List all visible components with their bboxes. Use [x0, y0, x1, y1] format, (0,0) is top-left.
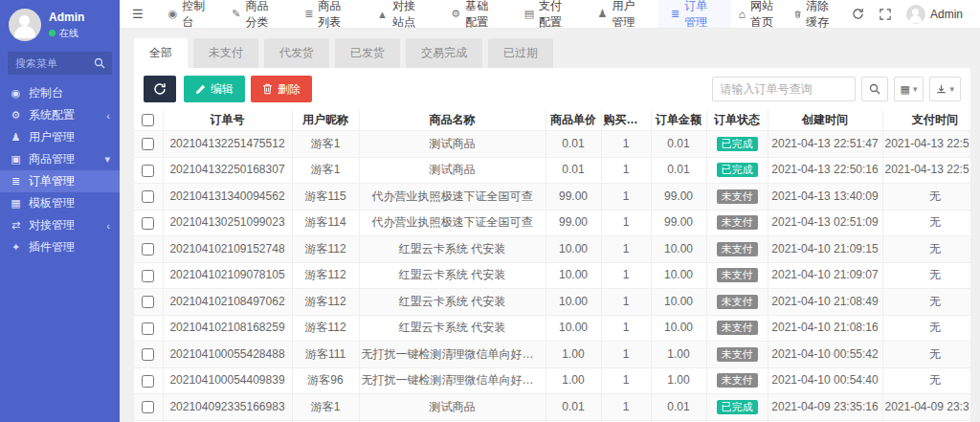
tab-全部[interactable]: 全部 [134, 38, 188, 68]
sidebar-item-商品管理[interactable]: ▣ 商品管理 ▾ [0, 148, 120, 170]
column-header[interactable]: 订单状态 [706, 110, 768, 131]
refresh-icon[interactable] [844, 0, 872, 28]
select-all-checkbox[interactable] [142, 114, 154, 126]
sidebar-item-插件管理[interactable]: ✦ 插件管理 [0, 236, 120, 258]
dashboard-icon: ◉ [10, 87, 22, 100]
user-nickname: 游客96 [292, 367, 359, 394]
tab-已发货[interactable]: 已发货 [335, 38, 400, 68]
order-number: 202104092335166983 [163, 394, 292, 421]
product-name: 无打扰一键检测清理微信单向好友周卡 [359, 367, 546, 394]
order-amount: 1.00 [651, 367, 706, 394]
link-icon: ⇄ [10, 219, 22, 232]
quantity: 1 [601, 315, 651, 342]
quantity: 1 [601, 342, 651, 368]
refresh-button[interactable] [144, 76, 176, 102]
row-checkbox[interactable] [142, 138, 154, 150]
row-checkbox[interactable] [142, 217, 154, 230]
quantity: 1 [601, 236, 651, 263]
row-checkbox[interactable] [142, 270, 154, 282]
columns-button[interactable]: ▦▾ [894, 77, 924, 101]
product-name: 红盟云卡系统 代安装 [359, 262, 546, 289]
sidebar-item-模板管理[interactable]: ▦ 模板管理 [0, 192, 120, 214]
row-checkbox[interactable] [142, 401, 154, 413]
column-header[interactable]: 订单金额 [651, 110, 706, 131]
topnav-item-商品分类[interactable]: ✎ 商品分类 [219, 0, 292, 28]
export-button[interactable]: ▾ [929, 77, 961, 101]
row-checkbox[interactable] [142, 375, 154, 388]
product-name: 测试商品 [359, 157, 546, 184]
sidebar-item-订单管理[interactable]: ≣ 订单管理 [0, 170, 120, 192]
row-checkbox[interactable] [142, 348, 154, 361]
created-time: 2021-04-10 21:08:49 [768, 289, 882, 316]
unit-price: 0.01 [546, 394, 601, 421]
order-amount: 99.00 [651, 210, 706, 236]
clear-cache-button[interactable]: 清除缓存 [787, 0, 844, 28]
row-checkbox[interactable] [142, 165, 154, 177]
paid-time: 无 [882, 236, 970, 263]
topnav-item-控制台[interactable]: ◉ 控制台 [156, 0, 220, 28]
edit-button[interactable]: 编辑 [184, 76, 245, 102]
tab-未支付[interactable]: 未支付 [193, 38, 258, 68]
row-checkbox[interactable] [142, 322, 154, 335]
column-header[interactable]: 商品单价 [546, 110, 601, 131]
delete-button[interactable]: 删除 [251, 76, 312, 102]
status-badge: 未支付 [717, 373, 758, 388]
topnav-user[interactable]: Admin [899, 0, 970, 28]
main-area: ☰ ◉ 控制台 ✎ 商品分类 ≣ 商品列表 ▲ 对接站点 ⚙ 基础配置 ▤ 支付… [120, 0, 980, 422]
paid-time: 无 [882, 315, 970, 342]
row-checkbox[interactable] [142, 296, 154, 308]
topnav-item-支付配置[interactable]: ▤ 支付配置 [512, 0, 586, 28]
user-nickname: 游客1 [292, 157, 359, 184]
quantity: 1 [601, 131, 651, 158]
avatar[interactable] [9, 9, 41, 41]
topnav-item-基础配置[interactable]: ⚙ 基础配置 [438, 0, 511, 28]
site-home-link[interactable]: ⌂ 网站首页 [731, 0, 787, 28]
product-name: 红盟云卡系统 代安装 [359, 289, 546, 316]
order-search-input[interactable] [712, 77, 856, 101]
column-header[interactable]: 创建时间 [768, 110, 882, 131]
sidebar-user-block: Admin 在线 [0, 0, 120, 48]
status-badge: 已完成 [717, 163, 758, 177]
table-row: 202104102109152748 游客112 红盟云卡系统 代安装 10.0… [134, 236, 970, 263]
paid-time: 无 [882, 367, 970, 394]
topnav-item-对接站点[interactable]: ▲ 对接站点 [365, 0, 438, 28]
row-checkbox[interactable] [142, 243, 154, 255]
tab-已过期[interactable]: 已过期 [488, 38, 553, 68]
plugin-icon: ✦ [10, 241, 22, 254]
order-number: 202104130251099023 [163, 210, 292, 236]
column-header[interactable]: 用户昵称 [292, 110, 359, 131]
tab-代发货[interactable]: 代发货 [264, 38, 329, 68]
dashboard-icon: ◉ [168, 8, 178, 20]
search-button[interactable] [861, 77, 888, 101]
order-number: 202104102109152748 [163, 236, 292, 263]
sidebar-item-系统配置[interactable]: ⚙ 系统配置 ‹ [0, 104, 120, 126]
pencil-icon [195, 84, 206, 95]
sidebar-item-用户管理[interactable]: ♟ 用户管理 [0, 126, 120, 148]
row-checkbox[interactable] [142, 190, 154, 203]
topnav-item-订单管理[interactable]: ≣ 订单管理 [658, 0, 731, 28]
order-amount: 10.00 [651, 315, 706, 342]
table-row: 202104100054409839 游客96 无打扰一键检测清理微信单向好友周… [134, 367, 970, 394]
column-header[interactable]: 订单号 [163, 110, 292, 131]
table-row: 202104100055428488 游客111 无打扰一键检测清理微信单向好友… [134, 342, 970, 368]
tab-交易完成[interactable]: 交易完成 [406, 38, 482, 68]
sidebar-menu: ◉ 控制台 ⚙ 系统配置 ‹ ♟ 用户管理 ▣ 商品管理 ▾ ≣ 订单管理 ▦ … [0, 82, 120, 258]
user-name: Admin [49, 11, 84, 24]
sidebar-item-控制台[interactable]: ◉ 控制台 [0, 82, 120, 104]
topnav-item-商品列表[interactable]: ≣ 商品列表 [292, 0, 365, 28]
unit-price: 10.00 [546, 262, 601, 289]
sidebar-item-对接管理[interactable]: ⇄ 对接管理 ‹ [0, 214, 120, 236]
topnav-user-name: Admin [930, 8, 963, 21]
unit-price: 0.01 [546, 131, 601, 158]
column-header[interactable]: 商品名称 [359, 110, 546, 131]
created-time: 2021-04-13 22:51:47 [768, 131, 882, 158]
menu-toggle-icon[interactable]: ☰ [120, 7, 156, 21]
fullscreen-icon[interactable] [872, 0, 899, 28]
content-area: 全部未支付代发货已发货交易完成已过期 编辑 删除 [120, 29, 980, 422]
column-header[interactable]: 支付时间 [882, 110, 970, 131]
chevron-icon: ‹ [106, 220, 110, 232]
topnav-item-用户管理[interactable]: ♟ 用户管理 [586, 0, 658, 28]
chevron-icon: ▾ [104, 153, 110, 166]
created-time: 2021-04-10 00:55:42 [768, 342, 882, 368]
column-header[interactable]: 购买数量 [601, 110, 651, 131]
